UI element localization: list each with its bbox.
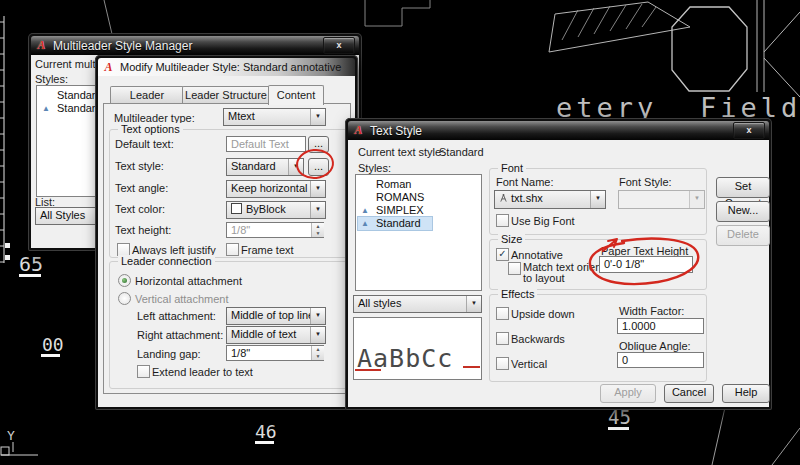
spinner-up-icon[interactable]: ▲ (312, 346, 324, 353)
list-item[interactable]: ROMANS (356, 191, 481, 204)
extend-leader-checkbox[interactable] (137, 365, 150, 378)
vertical-checkbox[interactable] (496, 357, 509, 370)
vertical-attachment-radio[interactable] (118, 292, 131, 305)
default-text-browse-button[interactable]: ... (308, 136, 329, 153)
chevron-down-icon: ▼ (689, 191, 704, 208)
list-item[interactable]: ▲ SIMPLEX (356, 204, 481, 217)
ucs-y-axis-label: Y (7, 428, 15, 443)
styles-filter-dropdown[interactable]: All styles ▼ (353, 295, 482, 313)
chevron-down-icon[interactable]: ▼ (310, 109, 325, 125)
left-attachment-label: Left attachment: (137, 310, 216, 322)
set-current-button[interactable]: Set Current (716, 177, 770, 198)
list-item[interactable]: Roman (356, 178, 481, 191)
text-angle-label: Text angle: (115, 182, 168, 194)
drawing-tick-marks (0, 22, 4, 262)
text-styles-list[interactable]: Roman ROMANS ▲ SIMPLEX ▲ Standard (355, 174, 482, 291)
match-orientation-checkbox[interactable] (508, 262, 521, 275)
hatched-arrow-shape (549, 2, 690, 52)
preview-sample-text: AaBbCc (357, 346, 453, 371)
ucs-icon: Y (1, 428, 38, 455)
default-text-input[interactable]: Default Text (226, 136, 306, 152)
horizontal-attachment-label: Horizontal attachment (135, 275, 242, 287)
cancel-button[interactable]: Cancel (664, 384, 714, 403)
match-orientation-label-line2: to layout (523, 272, 565, 284)
modify-dialog-title: Modify Multileader Style: Standard annot… (120, 61, 341, 73)
station-underline (255, 441, 274, 444)
font-style-label: Font Style: (619, 176, 672, 188)
chevron-down-icon[interactable]: ▼ (310, 308, 325, 324)
upside-down-checkbox[interactable] (496, 307, 509, 320)
close-icon[interactable]: x (733, 122, 765, 139)
current-text-style-label: Current text style: (358, 146, 444, 158)
delete-button[interactable]: Delete (716, 225, 770, 246)
station-underline (19, 274, 41, 277)
apply-button[interactable]: Apply (600, 384, 656, 403)
chevron-down-icon[interactable]: ▼ (590, 191, 605, 208)
modify-dialog-body: Leader Format Leader Structure Content M… (98, 76, 355, 407)
hatch-lines (562, 4, 656, 40)
annotative-checkbox[interactable]: ✓ (496, 248, 509, 261)
font-style-dropdown[interactable]: ▼ (618, 190, 705, 209)
content-tab-page: Multileader type: Mtext ▼ Text options D… (103, 103, 351, 394)
close-icon[interactable]: x (323, 37, 355, 54)
frame-text-checkbox[interactable] (226, 243, 239, 256)
multileader-type-dropdown[interactable]: Mtext ▼ (223, 108, 326, 126)
text-style-label: Text style: (115, 160, 164, 172)
text-style-dialog-title: Text Style (370, 124, 422, 138)
help-button[interactable]: Help (722, 384, 770, 403)
tab-leader-format[interactable]: Leader Format (110, 86, 184, 103)
chevron-down-icon[interactable]: ▼ (310, 202, 325, 218)
list-item-selected[interactable]: ▲ Standard (356, 217, 481, 230)
right-attachment-dropdown[interactable]: Middle of text ▼ (226, 326, 326, 344)
autocad-canvas: etery Field 65 00 46 45 Y A Multileader … (0, 0, 800, 465)
text-style-titlebar[interactable]: A Text Style x (348, 121, 769, 140)
text-height-input[interactable]: 1/8" (226, 222, 324, 238)
styles-label: Styles: (35, 73, 68, 85)
text-style-browse-button[interactable]: ... (308, 158, 329, 176)
annotative-icon: ▲ (361, 218, 369, 229)
chevron-down-icon[interactable]: ▼ (466, 296, 481, 312)
text-color-dropdown[interactable]: ByBlock ▼ (226, 201, 326, 219)
modify-titlebar[interactable]: A Modify Multileader Style: Standard ann… (98, 58, 355, 76)
upside-down-label: Upside down (511, 308, 575, 320)
grip-point (5, 255, 10, 260)
station-number-00: 00 (42, 334, 64, 355)
chevron-down-icon[interactable]: ▼ (310, 181, 325, 197)
tab-content[interactable]: Content (268, 85, 324, 105)
font-name-dropdown[interactable]: txt.shx ▼ (494, 190, 606, 209)
left-attachment-dropdown[interactable]: Middle of top line ▼ (226, 307, 326, 325)
use-big-font-checkbox[interactable] (496, 214, 509, 227)
text-height-spinner[interactable]: ▲ ▼ (311, 223, 324, 237)
backwards-checkbox[interactable] (496, 332, 509, 345)
width-factor-input[interactable]: 1.0000 (617, 318, 704, 334)
giant-letter-k (757, 0, 800, 97)
drawing-line (772, 428, 800, 465)
text-angle-dropdown[interactable]: Keep horizontal ▼ (226, 180, 326, 198)
landing-gap-spinner[interactable]: ▲ ▼ (311, 346, 324, 360)
giant-letter-o (672, 7, 747, 91)
current-text-style-value: Standard (439, 146, 484, 158)
landing-gap-label: Landing gap: (137, 348, 201, 360)
vertical-label: Vertical (511, 358, 547, 370)
landing-gap-input[interactable]: 1/8" (226, 345, 324, 361)
text-style-dialog-body: Current text style: Standard Styles: Rom… (348, 140, 769, 407)
backwards-label: Backwards (511, 333, 565, 345)
spinner-down-icon[interactable]: ▼ (312, 353, 324, 360)
chevron-down-icon[interactable]: ▼ (288, 159, 303, 175)
text-style-dropdown[interactable]: Standard ▼ (226, 158, 304, 176)
drawing-line (104, 0, 112, 34)
tab-leader-structure[interactable]: Leader Structure (182, 86, 270, 103)
horizontal-attachment-radio[interactable] (118, 274, 131, 287)
chevron-down-icon[interactable]: ▼ (310, 327, 325, 343)
station-number-46: 46 (255, 421, 277, 442)
manager-titlebar[interactable]: A Multileader Style Manager x (31, 36, 359, 55)
font-preview-box: AaBbCc (353, 317, 482, 380)
station-underline (608, 427, 629, 430)
spinner-down-icon[interactable]: ▼ (312, 230, 324, 237)
autocad-logo-icon: A (35, 39, 48, 52)
new-button[interactable]: New... (716, 201, 770, 222)
paper-text-height-input[interactable]: 0'-0 1/8" (599, 256, 693, 273)
spinner-up-icon[interactable]: ▲ (312, 223, 324, 230)
oblique-angle-input[interactable]: 0 (617, 352, 704, 368)
autocad-logo-icon: A (352, 124, 365, 137)
